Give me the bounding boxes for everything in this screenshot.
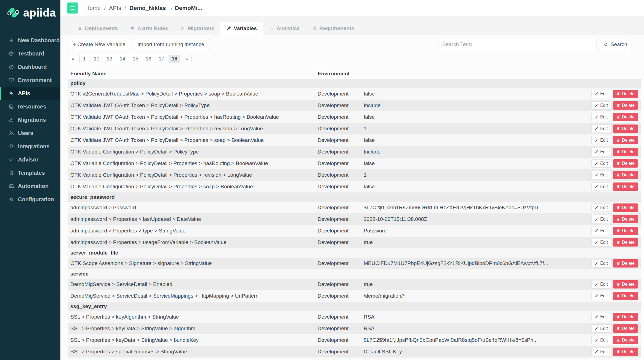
page-button-18[interactable]: 18 xyxy=(169,55,180,63)
edit-button[interactable]: Edit xyxy=(591,280,611,288)
delete-button[interactable]: Delete xyxy=(613,313,638,321)
tab-variables[interactable]: Variables xyxy=(220,22,263,35)
delete-button[interactable]: Delete xyxy=(613,90,638,98)
delete-button[interactable]: Delete xyxy=(613,292,638,300)
sidebar-item-environment[interactable]: Environment xyxy=(0,73,60,87)
delete-button[interactable]: Delete xyxy=(613,136,638,144)
edit-button[interactable]: Edit xyxy=(591,238,611,247)
trash-icon xyxy=(616,350,620,354)
delete-button[interactable]: Delete xyxy=(613,336,638,344)
cell-environment: Development xyxy=(318,184,364,190)
sidebar-item-templates[interactable]: Templates xyxy=(0,166,60,179)
delete-button[interactable]: Delete xyxy=(613,227,638,235)
sidebar-item-resources[interactable]: Resources xyxy=(0,100,60,113)
sidebar-item-new-dashboard[interactable]: New Dashboard xyxy=(0,34,60,47)
edit-button[interactable]: Edit xyxy=(591,259,611,268)
page-button-13[interactable]: 13 xyxy=(104,55,115,63)
delete-button[interactable]: Delete xyxy=(613,215,638,223)
edit-button[interactable]: Edit xyxy=(591,148,611,156)
edit-button-label: Edit xyxy=(600,261,608,266)
edit-button[interactable]: Edit xyxy=(591,101,611,110)
delete-button-label: Delete xyxy=(622,282,635,287)
delete-button[interactable]: Delete xyxy=(613,113,638,121)
edit-button[interactable]: Edit xyxy=(591,182,611,191)
delete-button[interactable]: Delete xyxy=(613,238,638,247)
page-button-14[interactable]: 14 xyxy=(117,55,128,63)
edit-button[interactable]: Edit xyxy=(591,203,611,212)
delete-button-label: Delete xyxy=(622,217,635,222)
edit-button[interactable]: Edit xyxy=(591,171,611,179)
create-new-variable-button[interactable]: + Create New Variable xyxy=(68,39,130,50)
sidebar-item-automation[interactable]: Automation xyxy=(0,179,60,193)
table-row: adminpassword > Properties > type > Stri… xyxy=(68,225,641,237)
menu-toggle-button[interactable] xyxy=(67,2,78,14)
sidebar-item-dashboard[interactable]: Dashboard xyxy=(0,60,60,73)
edit-button[interactable]: Edit xyxy=(591,136,611,144)
edit-button[interactable]: Edit xyxy=(591,227,611,235)
delete-button[interactable]: Delete xyxy=(613,259,638,268)
delete-button[interactable]: Delete xyxy=(613,159,638,168)
page-button-[interactable]: « xyxy=(68,55,78,63)
cell-friendly-name: OTK Validate JWT OAuth Token > PolicyDet… xyxy=(68,114,318,120)
page-button-16[interactable]: 16 xyxy=(143,55,154,63)
tab-requirements[interactable]: Requirements xyxy=(306,22,360,35)
edit-button[interactable]: Edit xyxy=(591,90,611,98)
sidebar-item-advisor[interactable]: Advisor xyxy=(0,153,60,166)
cell-value: $L7C2$1,kxm1R5Zme6C+rfrLnLHzZXErDVjHkThK… xyxy=(364,205,588,211)
table-row: OTK Variable Configuration > PolicyDetai… xyxy=(68,169,641,181)
edit-button-label: Edit xyxy=(600,326,608,331)
sidebar-item-users[interactable]: Users xyxy=(0,126,60,140)
cell-friendly-name: OTK Variable Configuration > PolicyDetai… xyxy=(68,149,318,155)
search-button[interactable]: Search xyxy=(599,39,632,50)
cell-friendly-name: SSL > Properties > keyData > StringValue… xyxy=(68,337,318,343)
cell-friendly-name: OTK Variable Configuration > PolicyDetai… xyxy=(68,172,318,178)
edit-button-label: Edit xyxy=(600,217,608,222)
delete-button[interactable]: Delete xyxy=(613,324,638,333)
tab-analytics[interactable]: Analytics xyxy=(263,22,306,35)
tab-alarm-rules[interactable]: Alarm Rules xyxy=(124,22,174,35)
page-button-17[interactable]: 17 xyxy=(156,55,167,63)
sidebar-item-configuration[interactable]: Configuration xyxy=(0,193,60,206)
edit-button[interactable]: Edit xyxy=(591,159,611,168)
edit-button[interactable]: Edit xyxy=(591,348,611,356)
search-input[interactable] xyxy=(438,39,597,50)
edit-button[interactable]: Edit xyxy=(591,292,611,300)
edit-button[interactable]: Edit xyxy=(591,324,611,333)
delete-button[interactable]: Delete xyxy=(613,148,638,156)
delete-button[interactable]: Delete xyxy=(613,203,638,212)
page-button-1[interactable]: 1 xyxy=(79,55,89,63)
edit-button[interactable]: Edit xyxy=(591,313,611,321)
delete-button[interactable]: Delete xyxy=(613,182,638,191)
sidebar-item-migrations[interactable]: Migrations xyxy=(0,113,60,126)
delete-button[interactable]: Delete xyxy=(613,280,638,288)
delete-button[interactable]: Delete xyxy=(613,125,638,133)
trash-icon xyxy=(616,92,620,96)
cell-friendly-name: OTK Validate JWT OAuth Token > PolicyDet… xyxy=(68,102,318,108)
tab-migrations[interactable]: Migrations xyxy=(174,22,220,35)
sidebar-item-integrations[interactable]: Integrations xyxy=(0,140,60,153)
page-button-[interactable]: » xyxy=(182,55,191,63)
sidebar-item-testboard[interactable]: Testboard xyxy=(0,47,60,60)
tab-label: Variables xyxy=(234,25,257,31)
breadcrumb-link-apis[interactable]: APIs xyxy=(109,5,121,11)
group-header-policy: policy xyxy=(68,79,641,88)
edit-button[interactable]: Edit xyxy=(591,125,611,133)
delete-button-label: Delete xyxy=(622,115,635,120)
page-button-10[interactable]: 10 xyxy=(91,55,102,63)
edit-button[interactable]: Edit xyxy=(591,113,611,121)
delete-button[interactable]: Delete xyxy=(613,348,638,356)
edit-button-label: Edit xyxy=(600,115,608,120)
sidebar-item-apis[interactable]: APIs xyxy=(0,87,60,100)
copy-icon xyxy=(9,104,14,109)
table-row: OTK Validate JWT OAuth Token > PolicyDet… xyxy=(68,100,641,111)
delete-button[interactable]: Delete xyxy=(613,101,638,110)
breadcrumb-link-home[interactable]: Home xyxy=(85,5,101,11)
edit-button[interactable]: Edit xyxy=(591,215,611,223)
page-button-15[interactable]: 15 xyxy=(130,55,141,63)
delete-button-label: Delete xyxy=(622,103,635,108)
import-from-instance-button[interactable]: Import from running instance xyxy=(133,39,209,50)
sidebar-menu: New DashboardTestboardDashboardEnvironme… xyxy=(0,34,60,206)
tab-deployments[interactable]: Deployments xyxy=(71,22,124,35)
edit-button[interactable]: Edit xyxy=(591,336,611,344)
delete-button[interactable]: Delete xyxy=(613,171,638,179)
